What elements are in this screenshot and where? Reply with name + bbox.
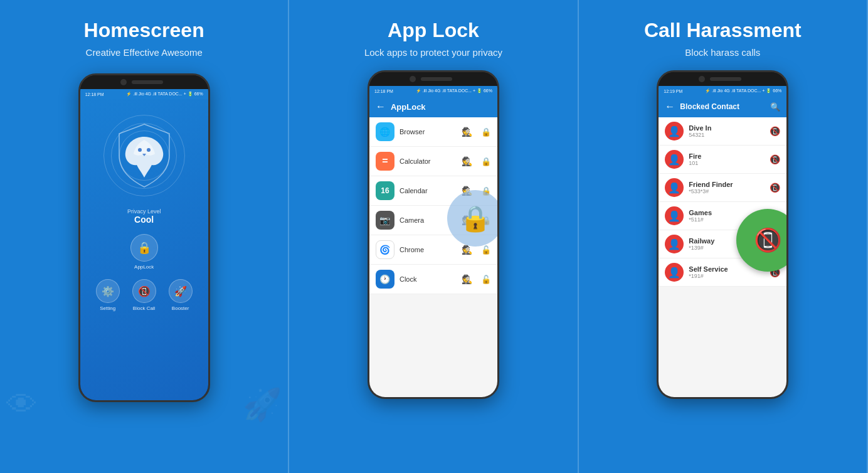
- setting-label: Setting: [100, 306, 115, 311]
- phone-mockup-3: 12:19 PM ⚡ .ill Jio 4G .ill TATA DOC... …: [657, 70, 788, 399]
- avatar-fire: 👤: [665, 150, 684, 169]
- panel3-title: Call Harassment: [644, 19, 802, 42]
- signal-info-3: ⚡ .ill Jio 4G .ill TATA DOC... + 🔋 66%: [705, 88, 781, 93]
- bg-eye-icon: 👁: [6, 386, 38, 423]
- applock-label: AppLock: [134, 264, 154, 270]
- chrome-name: Chrome: [400, 246, 457, 253]
- camera-app-icon: 📷: [376, 211, 394, 230]
- name-fire: Fire: [689, 152, 765, 160]
- time-2: 12:18 PM: [374, 89, 393, 93]
- block-icon-friend-finder: 📵: [770, 183, 780, 193]
- number-fire: 101: [689, 160, 765, 166]
- blockcall-item[interactable]: 📵 Block Call: [132, 279, 156, 311]
- svg-point-1: [147, 148, 151, 152]
- status-bar-3: 12:19 PM ⚡ .ill Jio 4G .ill TATA DOC... …: [659, 86, 786, 96]
- name-friend-finder: Friend Finder: [689, 181, 765, 188]
- privacy-level-label: Privacy Level: [127, 208, 161, 215]
- unlock-icon-clock: 🔓: [481, 275, 491, 284]
- phone-notch-1: [80, 75, 208, 89]
- big-lock-overlay: 🔒: [447, 190, 499, 247]
- lock-icon-calculator: 🔒: [481, 157, 491, 166]
- lock-icon-browser: 🔒: [481, 127, 491, 137]
- contact-friend-finder[interactable]: 👤 Friend Finder *533*3# 📵: [659, 174, 786, 202]
- camera-dot-2: [410, 76, 416, 82]
- applock-screen-title: AppLock: [391, 102, 426, 112]
- phone-mockup-2: 12:18 PM ⚡ .ill Jio 4G .ill TATA DOC... …: [368, 70, 499, 399]
- number-self-service: *191#: [689, 273, 765, 279]
- blockcall-icon[interactable]: 📵: [132, 279, 156, 303]
- calendar-name: Calendar: [400, 187, 457, 194]
- name-dive-in: Dive In: [689, 124, 765, 132]
- info-dive-in: Dive In 54321: [689, 124, 765, 138]
- search-icon[interactable]: 🔍: [770, 102, 780, 112]
- back-arrow-icon-3[interactable]: ←: [665, 101, 675, 112]
- setting-icon[interactable]: ⚙️: [96, 279, 120, 303]
- app-item-clock[interactable]: 🕐 Clock 🕵 🔓: [369, 265, 497, 294]
- calculator-name: Calculator: [400, 157, 457, 165]
- back-arrow-icon[interactable]: ←: [376, 101, 386, 112]
- phone-notch-3: [659, 72, 786, 86]
- bg-booster-icon: 🚀: [243, 386, 282, 423]
- phone-notch-2: [369, 72, 497, 86]
- calculator-app-icon: =: [376, 152, 394, 171]
- clock-name: Clock: [400, 275, 457, 283]
- panel-applock: App Lock Lock apps to protect your priva…: [289, 0, 578, 473]
- applock-header: ← AppLock: [369, 96, 497, 117]
- status-bar-1: 12:18 PM ⚡ .ill Jio 4G .ill TATA DOC... …: [80, 89, 208, 99]
- booster-label: Booster: [172, 306, 189, 311]
- avatar-dive-in: 👤: [665, 122, 684, 141]
- time-3: 12:19 PM: [664, 89, 682, 93]
- calendar-app-icon: 16: [376, 181, 394, 200]
- signal-info-2: ⚡ .ill Jio 4G .ill TATA DOC... + 🔋 66%: [416, 88, 492, 93]
- signal-info-1: ⚡ .ill Jio 4G .ill TATA DOC... + 🔋 66%: [126, 92, 203, 97]
- spy-icon-browser: 🕵: [462, 127, 472, 137]
- avatar-games: 👤: [665, 206, 684, 225]
- booster-item[interactable]: 🚀 Booster: [169, 279, 193, 311]
- camera-dot-3: [699, 76, 705, 82]
- info-friend-finder: Friend Finder *533*3#: [689, 181, 765, 194]
- number-friend-finder: *533*3#: [689, 188, 765, 194]
- avatar-railway: 👤: [665, 235, 684, 253]
- clock-app-icon: 🕐: [376, 270, 394, 289]
- panel-homescreen: 👁 🚀 Homescreen Creative Effective Awesom…: [0, 0, 289, 473]
- app-item-browser[interactable]: 🌐 Browser 🕵 🔒: [369, 117, 497, 147]
- time-1: 12:18 PM: [85, 92, 104, 97]
- unlock-icon-chrome: 🔓: [481, 245, 491, 255]
- panel1-subtitle: Creative Effective Awesome: [86, 47, 203, 58]
- phone-mockup-1: 12:18 PM ⚡ .ill Jio 4G .ill TATA DOC... …: [78, 73, 210, 402]
- speaker-bar-3: [710, 77, 741, 81]
- avatar-friend-finder: 👤: [665, 178, 684, 197]
- bottom-nav: ⚙️ Setting 📵 Block Call 🚀 Booster: [96, 279, 193, 311]
- speaker-bar-2: [421, 77, 452, 81]
- shield-logo: [113, 121, 176, 190]
- svg-point-0: [138, 148, 142, 152]
- block-icon-dive-in: 📵: [770, 126, 780, 136]
- info-fire: Fire 101: [689, 152, 765, 166]
- screen-homescreen: Privacy Level Cool 🔒 AppLock ⚙️ Setting …: [80, 99, 208, 400]
- panel-call-harassment: Call Harassment Block harass calls 12:19…: [579, 0, 868, 473]
- camera-dot: [120, 79, 127, 85]
- avatar-self-service: 👤: [665, 263, 684, 282]
- spy-icon-calculator: 🕵: [462, 156, 472, 166]
- app-item-calculator[interactable]: = Calculator 🕵 🔒: [369, 147, 497, 176]
- browser-app-icon: 🌐: [376, 122, 394, 141]
- blocked-header: ← Blocked Contact 🔍: [659, 96, 786, 117]
- panel3-subtitle: Block harass calls: [685, 47, 760, 58]
- speaker-bar: [132, 80, 163, 84]
- booster-icon[interactable]: 🚀: [169, 279, 193, 303]
- contact-dive-in[interactable]: 👤 Dive In 54321 📵: [659, 117, 786, 146]
- applock-center[interactable]: 🔒 AppLock: [130, 234, 158, 270]
- block-icon-fire: 📵: [770, 154, 780, 164]
- panel2-title: App Lock: [388, 19, 479, 42]
- privacy-level-value: Cool: [134, 215, 154, 225]
- screen-applock: ← AppLock 🌐 Browser 🕵 🔒 = Calculator 🕵 🔒…: [369, 96, 497, 397]
- panel1-title: Homescreen: [84, 19, 204, 42]
- browser-name: Browser: [400, 128, 457, 136]
- applock-icon[interactable]: 🔒: [130, 234, 158, 262]
- setting-item[interactable]: ⚙️ Setting: [96, 279, 120, 311]
- blockcall-label: Block Call: [133, 306, 156, 311]
- panel2-subtitle: Lock apps to protect your privacy: [364, 47, 502, 58]
- number-dive-in: 54321: [689, 132, 765, 138]
- blocked-screen-title: Blocked Contact: [680, 102, 739, 111]
- contact-fire[interactable]: 👤 Fire 101 📵: [659, 146, 786, 174]
